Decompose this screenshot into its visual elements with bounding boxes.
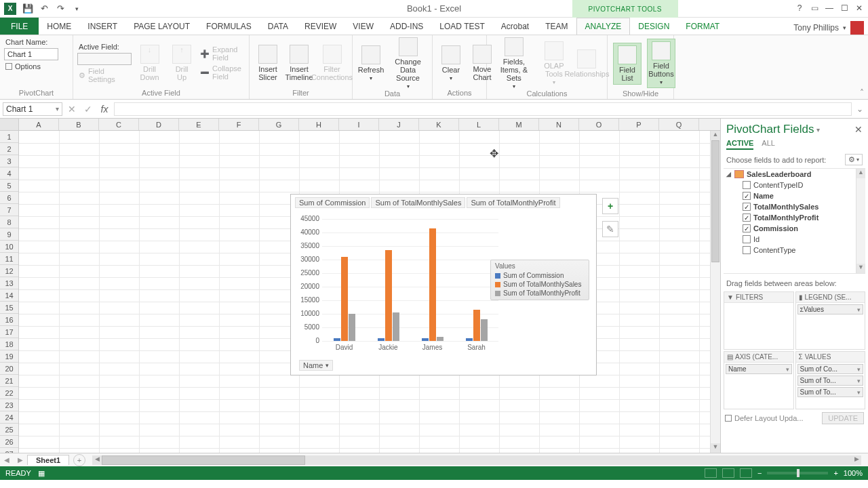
chart-elements-button[interactable]: + bbox=[602, 198, 618, 214]
axis-pill-name[interactable]: Name▾ bbox=[726, 364, 792, 374]
field-checkbox[interactable]: ✓ bbox=[743, 224, 751, 232]
row-header[interactable]: 25 bbox=[0, 424, 18, 436]
user-account[interactable]: Tony Phillips▾ bbox=[793, 21, 868, 35]
column-header[interactable]: A bbox=[19, 119, 59, 130]
tab-view[interactable]: VIEW bbox=[344, 18, 382, 35]
field-checkbox[interactable] bbox=[743, 181, 751, 189]
tab-all[interactable]: ALL bbox=[762, 138, 775, 150]
row-header[interactable]: 13 bbox=[0, 277, 18, 289]
sheet-tab-sheet1[interactable]: Sheet1 bbox=[27, 455, 69, 465]
chart-bar[interactable] bbox=[378, 338, 384, 341]
options-button[interactable]: Options bbox=[4, 62, 68, 71]
legend-area[interactable]: ▮LEGEND (SE... Σ Values▾ bbox=[795, 291, 866, 350]
row-header[interactable]: 10 bbox=[0, 241, 18, 253]
horizontal-scrollbar[interactable]: ◀ ▶ bbox=[92, 455, 861, 465]
insert-slicer-button[interactable]: Insert Slicer bbox=[254, 45, 282, 81]
value-field-button-3[interactable]: Sum of TotalMonthlyProfit bbox=[467, 197, 559, 208]
column-header[interactable]: D bbox=[139, 119, 179, 130]
field-buttons-button[interactable]: Field Buttons▾ bbox=[647, 39, 675, 88]
change-data-source-button[interactable]: Change Data Source▾ bbox=[388, 37, 428, 89]
legend-item[interactable]: Sum of Commission bbox=[495, 271, 585, 280]
field-item[interactable]: Id bbox=[724, 234, 865, 245]
tab-active[interactable]: ACTIVE bbox=[726, 138, 753, 150]
row-header[interactable]: 19 bbox=[0, 350, 18, 363]
redo-icon[interactable]: ↷ bbox=[53, 1, 68, 16]
row-header[interactable]: 1 bbox=[0, 131, 18, 143]
row-header[interactable]: 2 bbox=[0, 143, 18, 155]
field-item[interactable]: ✓TotalMonthlySales bbox=[724, 201, 865, 212]
values-pill-1[interactable]: Sum of Co...▾ bbox=[797, 364, 864, 374]
chart-bar[interactable] bbox=[481, 319, 488, 341]
pivotchart-object[interactable]: Sum of Commission Sum of TotalMonthlySal… bbox=[290, 194, 597, 375]
axis-field-button[interactable]: Name▾ bbox=[299, 360, 333, 371]
values-area[interactable]: ΣVALUES Sum of Co...▾ Sum of To...▾ Sum … bbox=[795, 351, 866, 409]
row-header[interactable]: 26 bbox=[0, 436, 18, 448]
sheet-nav-next-icon[interactable]: ▶ bbox=[14, 456, 27, 464]
save-icon[interactable]: 💾 bbox=[20, 1, 35, 16]
row-header[interactable]: 3 bbox=[0, 155, 18, 167]
active-field-input[interactable] bbox=[77, 53, 132, 65]
fx-icon[interactable]: fx bbox=[98, 104, 111, 115]
column-header[interactable]: Q bbox=[659, 119, 699, 130]
column-header[interactable]: L bbox=[459, 119, 499, 130]
row-header[interactable]: 12 bbox=[0, 265, 18, 277]
scroll-down-icon[interactable]: ▼ bbox=[711, 443, 720, 453]
close-icon[interactable]: ✕ bbox=[852, 1, 867, 15]
column-header[interactable]: F bbox=[219, 119, 259, 130]
chart-bar[interactable] bbox=[349, 314, 355, 341]
axis-area[interactable]: ▤AXIS (CATE... Name▾ bbox=[724, 351, 794, 409]
macro-record-icon[interactable]: ▦ bbox=[38, 469, 45, 478]
tab-page-layout[interactable]: PAGE LAYOUT bbox=[125, 18, 198, 35]
tab-insert[interactable]: INSERT bbox=[79, 18, 125, 35]
tab-file[interactable]: FILE bbox=[0, 18, 39, 35]
column-header[interactable]: K bbox=[419, 119, 459, 130]
chart-bar[interactable] bbox=[385, 250, 392, 341]
legend-item[interactable]: Sum of TotalMonthlyProfit bbox=[495, 289, 585, 298]
expand-collapse-icon[interactable]: ◢ bbox=[725, 171, 732, 178]
legend-pill-values[interactable]: Σ Values▾ bbox=[797, 304, 864, 314]
zoom-level[interactable]: 100% bbox=[844, 469, 863, 477]
tab-review[interactable]: REVIEW bbox=[296, 18, 344, 35]
column-header[interactable]: P bbox=[619, 119, 659, 130]
name-box[interactable]: Chart 1▾ bbox=[3, 102, 62, 116]
field-list-button[interactable]: Field List bbox=[613, 43, 642, 85]
vertical-scrollbar[interactable]: ▲ ▼ bbox=[710, 131, 720, 453]
scroll-up-icon[interactable]: ▲ bbox=[711, 131, 720, 140]
ribbon-display-icon[interactable]: ▭ bbox=[807, 1, 822, 15]
formula-input[interactable] bbox=[114, 102, 852, 116]
column-header[interactable]: N bbox=[539, 119, 579, 130]
zoom-out-icon[interactable]: − bbox=[757, 469, 762, 477]
fieldlist-scrollbar[interactable]: ▲ ▼ bbox=[856, 169, 865, 273]
row-header[interactable]: 22 bbox=[0, 387, 18, 399]
field-settings-button[interactable]: ⚙ Field Settings bbox=[77, 66, 132, 84]
chart-name-input[interactable] bbox=[4, 48, 58, 60]
field-checkbox[interactable]: ✓ bbox=[743, 203, 751, 211]
tools-button[interactable]: ⚙▾ bbox=[845, 154, 863, 165]
row-header[interactable]: 20 bbox=[0, 363, 18, 375]
row-header[interactable]: 27 bbox=[0, 448, 18, 453]
new-sheet-button[interactable]: + bbox=[73, 454, 85, 466]
values-pill-2[interactable]: Sum of To...▾ bbox=[797, 375, 864, 386]
value-field-button-1[interactable]: Sum of Commission bbox=[295, 197, 370, 208]
tab-data[interactable]: DATA bbox=[260, 18, 296, 35]
column-header[interactable]: E bbox=[179, 119, 219, 130]
expand-formula-bar-icon[interactable]: ⌄ bbox=[854, 104, 865, 114]
row-header[interactable]: 23 bbox=[0, 399, 18, 411]
field-item[interactable]: ✓TotalMonthlyProfit bbox=[724, 212, 865, 223]
tab-load-test[interactable]: LOAD TEST bbox=[431, 18, 492, 35]
pane-dropdown-icon[interactable]: ▾ bbox=[816, 126, 820, 134]
field-checkbox[interactable]: ✓ bbox=[743, 214, 751, 222]
field-checkbox[interactable] bbox=[743, 246, 751, 254]
column-header[interactable]: B bbox=[59, 119, 99, 130]
zoom-slider[interactable] bbox=[767, 472, 828, 474]
chart-bar[interactable] bbox=[473, 310, 480, 341]
row-header[interactable]: 8 bbox=[0, 216, 18, 228]
page-break-view-icon[interactable] bbox=[740, 468, 752, 478]
field-checkbox[interactable] bbox=[743, 235, 751, 243]
tab-format[interactable]: FORMAT bbox=[677, 18, 728, 35]
chart-bar[interactable] bbox=[334, 338, 340, 341]
collapse-ribbon-icon[interactable]: ˄ bbox=[860, 88, 864, 98]
field-item[interactable]: ✓Commission bbox=[724, 223, 865, 234]
column-header[interactable]: C bbox=[99, 119, 139, 130]
table-header[interactable]: ◢ SalesLeaderboard bbox=[724, 169, 865, 180]
